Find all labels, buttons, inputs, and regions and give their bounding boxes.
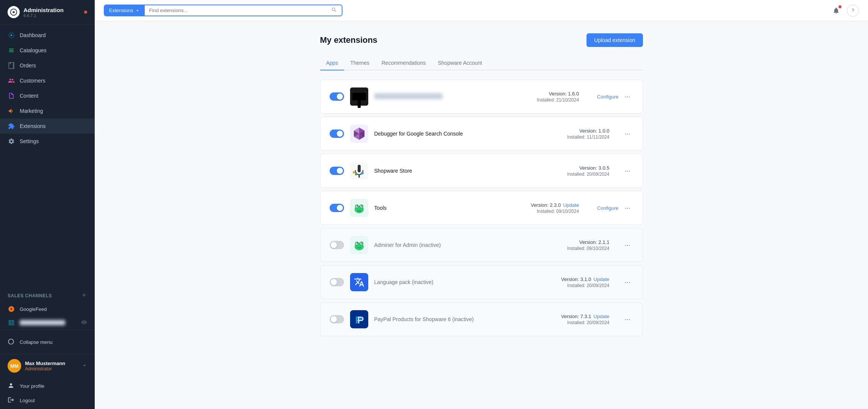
ext-icon-app5 (350, 236, 368, 254)
search-container: Extensions (104, 5, 343, 16)
ext-name-app4: Tools (374, 205, 387, 211)
app-title: Administration (23, 7, 64, 13)
orders-icon (8, 62, 15, 69)
sidebar-item-settings[interactable]: Settings (0, 134, 95, 149)
search-input[interactable] (145, 5, 327, 16)
ext-info-app3: Shopware Store (374, 168, 561, 174)
sales-channel-blurred[interactable] (0, 316, 95, 329)
svg-point-13 (353, 171, 355, 173)
content-icon (8, 92, 15, 100)
settings-icon (8, 137, 15, 145)
more-options-btn-app6[interactable]: ··· (621, 277, 633, 288)
help-btn[interactable]: ? (847, 5, 859, 17)
app-version: 6.6.7.1 (23, 13, 64, 18)
upload-extension-button[interactable]: Upload extension (586, 33, 643, 47)
ext-actions-app1: Configure ··· (591, 91, 633, 102)
logout-icon (8, 397, 15, 404)
svg-point-14 (355, 173, 357, 175)
ext-name-app7: PayPal Products for Shopware 6 (inactive… (374, 316, 474, 322)
ext-icon-app1 (350, 87, 368, 106)
extension-tabs: Apps Themes Recommendations Shopware Acc… (320, 56, 643, 70)
ext-actions-app6: ··· (621, 277, 633, 288)
toggle-app4[interactable] (330, 204, 344, 212)
configure-link-app1[interactable]: Configure (597, 94, 618, 100)
svg-point-1 (11, 34, 13, 36)
ext-installed: Installed: 20/09/2024 (567, 320, 609, 325)
toggle-app2[interactable] (330, 130, 344, 138)
sidebar-item-customers[interactable]: Customers (0, 73, 95, 88)
sidebar-footer: Collapse menu (0, 329, 95, 354)
ext-name-blurred (374, 93, 443, 99)
tab-apps[interactable]: Apps (320, 56, 344, 70)
sidebar-item-content[interactable]: Content (0, 88, 95, 103)
svg-rect-12 (358, 175, 360, 178)
more-options-btn-app4[interactable]: ··· (621, 203, 633, 214)
sales-channel-googlefeed[interactable]: GoogleFeed (0, 302, 95, 316)
notification-badge (838, 5, 841, 8)
sidebar-item-orders[interactable]: Orders (0, 58, 95, 73)
sidebar-item-label: Content (20, 93, 38, 99)
ext-installed: Installed: 20/09/2024 (567, 172, 609, 177)
sales-channels-title: Sales Channels (0, 286, 95, 302)
toggle-app7[interactable] (330, 315, 344, 323)
ext-meta-app5: Version: 2.1.1 Installed: 09/10/2024 (567, 239, 609, 251)
update-link-app4[interactable]: Update (563, 202, 579, 208)
more-options-btn-app2[interactable]: ··· (621, 128, 633, 139)
ext-info-app2: Debugger for Google Search Console (374, 131, 561, 137)
logout-menu-item[interactable]: Logout (0, 393, 95, 407)
ext-version: Version: 3.0.5 (579, 165, 610, 171)
search-filter-dropdown[interactable]: Extensions (105, 5, 145, 16)
dropdown-chevron-icon (135, 8, 140, 13)
svg-point-31 (361, 243, 362, 244)
svg-rect-11 (358, 165, 361, 172)
content-area: My extensions Upload extension Apps Them… (95, 21, 868, 409)
configure-link-app4[interactable]: Configure (597, 205, 618, 211)
page-header: My extensions Upload extension (320, 33, 643, 47)
svg-point-22 (357, 206, 358, 207)
sidebar-item-marketing[interactable]: Marketing (0, 103, 95, 119)
ext-icon-app2 (350, 125, 368, 143)
table-icon (8, 319, 15, 326)
user-name: Max Mustermann (25, 361, 65, 366)
app-logo (8, 6, 20, 18)
update-link-app6[interactable]: Update (594, 276, 610, 282)
search-dropdown-label: Extensions (109, 8, 133, 13)
visibility-icon[interactable] (81, 319, 87, 326)
notification-bell-btn[interactable] (830, 5, 842, 17)
toggle-app5[interactable] (330, 241, 344, 249)
tab-recommendations[interactable]: Recommendations (375, 56, 432, 70)
tab-themes[interactable]: Themes (344, 56, 375, 70)
collapse-menu-btn[interactable]: Collapse menu (0, 334, 95, 350)
sidebar-item-label: Dashboard (20, 32, 46, 38)
ext-installed: Installed: 20/09/2024 (567, 283, 609, 288)
svg-rect-15 (361, 172, 364, 174)
toggle-app1[interactable] (330, 92, 344, 101)
toggle-app6[interactable] (330, 278, 344, 286)
topbar: Extensions ? (95, 0, 868, 21)
page-title: My extensions (320, 35, 378, 45)
sidebar-item-dashboard[interactable]: Dashboard (0, 28, 95, 43)
main-area: Extensions ? My extensions Upload extens… (95, 0, 868, 409)
more-options-btn-app3[interactable]: ··· (621, 165, 633, 176)
status-dot (84, 11, 87, 14)
user-section[interactable]: MM Max Mustermann Administrator (0, 354, 95, 377)
more-options-btn-app5[interactable]: ··· (621, 240, 633, 251)
ext-actions-app3: ··· (621, 165, 633, 176)
profile-menu-item[interactable]: Your profile (0, 379, 95, 393)
toggle-app3[interactable] (330, 167, 344, 175)
tab-shopware-account[interactable]: Shopware Account (432, 56, 488, 70)
svg-point-23 (361, 206, 362, 207)
sidebar-item-extensions[interactable]: Extensions (0, 119, 95, 134)
ext-name-app3: Shopware Store (374, 168, 412, 174)
extension-item-app5: Adminer for Admin (inactive) Version: 2.… (320, 228, 643, 262)
more-options-btn-app7[interactable]: ··· (621, 314, 633, 325)
user-role: Administrator (25, 366, 65, 372)
googlefeed-icon (8, 305, 15, 313)
sidebar-item-catalogues[interactable]: Catalogues (0, 43, 95, 58)
more-options-btn-app1[interactable]: ··· (621, 91, 633, 102)
update-link-app7[interactable]: Update (594, 314, 610, 319)
catalogues-icon (8, 47, 15, 54)
ext-actions-app7: ··· (621, 314, 633, 325)
add-sales-channel-icon[interactable] (81, 292, 87, 299)
sidebar-header: Administration 6.6.7.1 (0, 0, 95, 25)
